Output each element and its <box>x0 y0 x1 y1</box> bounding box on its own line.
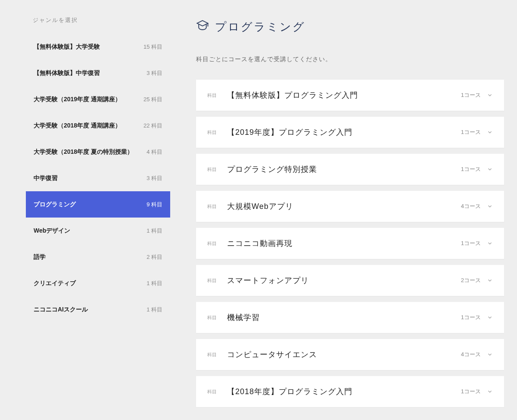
subject-course-count: 1コース <box>461 165 481 173</box>
sidebar-item-count: 4 科目 <box>146 148 162 156</box>
chevron-down-icon <box>487 352 493 358</box>
subject-title: 【2018年度】プログラミング入門 <box>227 386 461 397</box>
subject-card[interactable]: 科目【2019年度】プログラミング入門1コース <box>196 117 504 148</box>
chevron-down-icon <box>487 166 493 172</box>
subject-small-label: 科目 <box>207 129 217 136</box>
sidebar-item-count: 1 科目 <box>146 280 162 287</box>
page-title-text: プログラミング <box>215 19 305 34</box>
subject-course-count: 1コース <box>461 388 481 395</box>
subject-title: コンピュータサイエンス <box>227 349 461 360</box>
subject-title: ニコニコ動画再現 <box>227 238 461 249</box>
subject-small-label: 科目 <box>207 352 217 358</box>
page-container: ジャンルを選択 【無料体験版】大学受験15 科目【無料体験版】中学復習3 科目大… <box>0 0 517 420</box>
subject-card[interactable]: 科目ニコニコ動画再現1コース <box>196 228 504 259</box>
sidebar-item-label: 中学復習 <box>34 174 58 183</box>
chevron-down-icon <box>487 277 493 283</box>
sidebar-item-label: 語学 <box>34 252 46 261</box>
genre-sidebar: ジャンルを選択 【無料体験版】大学受験15 科目【無料体験版】中学復習3 科目大… <box>26 13 170 413</box>
subject-card[interactable]: 科目大規模Webアプリ4コース <box>196 191 504 222</box>
sidebar-header: ジャンルを選択 <box>26 13 170 34</box>
graduation-cap-icon <box>196 19 209 35</box>
subject-small-label: 科目 <box>207 92 217 99</box>
subject-title: 大規模Webアプリ <box>227 201 461 212</box>
sidebar-item-label: 大学受験（2018年度 通期講座） <box>34 121 121 130</box>
sidebar-item-label: プログラミング <box>34 200 76 209</box>
subject-small-label: 科目 <box>207 240 217 247</box>
subject-title: 【無料体験版】プログラミング入門 <box>227 90 461 100</box>
subject-course-count: 1コース <box>461 314 481 321</box>
sidebar-item-label: 大学受験（2018年度 夏の特別授業） <box>34 147 133 156</box>
sidebar-item[interactable]: 【無料体験版】大学受験15 科目 <box>26 34 170 60</box>
sidebar-item[interactable]: 大学受験（2018年度 夏の特別授業）4 科目 <box>26 139 170 165</box>
sidebar-item-count: 22 科目 <box>143 122 162 130</box>
subject-small-label: 科目 <box>207 166 217 173</box>
subject-title: 機械学習 <box>227 312 461 323</box>
sidebar-item-label: Webデザイン <box>34 226 70 235</box>
subject-title: 【2019年度】プログラミング入門 <box>227 127 461 137</box>
sidebar-item[interactable]: クリエイティブ1 科目 <box>26 270 170 296</box>
subject-course-count: 2コース <box>461 277 481 284</box>
sidebar-item-label: ニコニコAIスクール <box>34 305 88 314</box>
sidebar-item-count: 3 科目 <box>146 174 162 182</box>
sidebar-item[interactable]: Webデザイン1 科目 <box>26 218 170 244</box>
subject-card[interactable]: 科目【無料体験版】プログラミング入門1コース <box>196 80 504 111</box>
sidebar-item-count: 9 科目 <box>146 201 162 208</box>
sidebar-item-count: 2 科目 <box>146 253 162 261</box>
sidebar-item-label: クリエイティブ <box>34 279 76 288</box>
sidebar-item-count: 15 科目 <box>143 43 162 51</box>
sidebar-item[interactable]: 大学受験（2019年度 通期講座）25 科目 <box>26 86 170 112</box>
sidebar-item[interactable]: 中学復習3 科目 <box>26 165 170 191</box>
chevron-down-icon <box>487 389 493 395</box>
sidebar-item-label: 【無料体験版】中学復習 <box>34 68 100 78</box>
subject-card[interactable]: 科目コンピュータサイエンス4コース <box>196 339 504 370</box>
chevron-down-icon <box>487 203 493 209</box>
subject-course-count: 1コース <box>461 91 481 99</box>
subject-list: 科目【無料体験版】プログラミング入門1コース科目【2019年度】プログラミング入… <box>196 80 504 407</box>
subject-title: プログラミング特別授業 <box>227 164 461 174</box>
chevron-down-icon <box>487 240 493 246</box>
subject-course-count: 1コース <box>461 128 481 136</box>
subject-course-count: 4コース <box>461 202 481 210</box>
subject-small-label: 科目 <box>207 314 217 321</box>
subject-card[interactable]: 科目スマートフォンアプリ2コース <box>196 265 504 296</box>
subject-card[interactable]: 科目プログラミング特別授業1コース <box>196 154 504 185</box>
sidebar-item-count: 3 科目 <box>146 69 162 77</box>
subject-course-count: 1コース <box>461 240 481 247</box>
subject-card[interactable]: 科目機械学習1コース <box>196 302 504 333</box>
sidebar-item-label: 大学受験（2019年度 通期講座） <box>34 95 121 104</box>
sidebar-item[interactable]: 大学受験（2018年度 通期講座）22 科目 <box>26 112 170 139</box>
main-content: プログラミング 科目ごとにコースを選んで受講してください。 科目【無料体験版】プ… <box>196 13 504 413</box>
sidebar-item[interactable]: プログラミング9 科目 <box>26 191 170 218</box>
page-subtitle: 科目ごとにコースを選んで受講してください。 <box>196 56 504 63</box>
sidebar-item[interactable]: ニコニコAIスクール1 科目 <box>26 296 170 323</box>
sidebar-list: 【無料体験版】大学受験15 科目【無料体験版】中学復習3 科目大学受験（2019… <box>26 34 170 323</box>
chevron-down-icon <box>487 92 493 98</box>
sidebar-item-count: 1 科目 <box>146 306 162 314</box>
sidebar-item-count: 1 科目 <box>146 227 162 235</box>
subject-course-count: 4コース <box>461 351 481 358</box>
chevron-down-icon <box>487 314 493 320</box>
sidebar-item-label: 【無料体験版】大学受験 <box>34 42 100 51</box>
page-title: プログラミング <box>196 19 504 35</box>
sidebar-item[interactable]: 【無料体験版】中学復習3 科目 <box>26 60 170 86</box>
subject-small-label: 科目 <box>207 389 217 395</box>
chevron-down-icon <box>487 129 493 135</box>
subject-title: スマートフォンアプリ <box>227 275 461 286</box>
sidebar-item[interactable]: 語学2 科目 <box>26 244 170 270</box>
subject-card[interactable]: 科目【2018年度】プログラミング入門1コース <box>196 376 504 407</box>
subject-small-label: 科目 <box>207 277 217 284</box>
subject-small-label: 科目 <box>207 203 217 210</box>
sidebar-item-count: 25 科目 <box>143 96 162 103</box>
